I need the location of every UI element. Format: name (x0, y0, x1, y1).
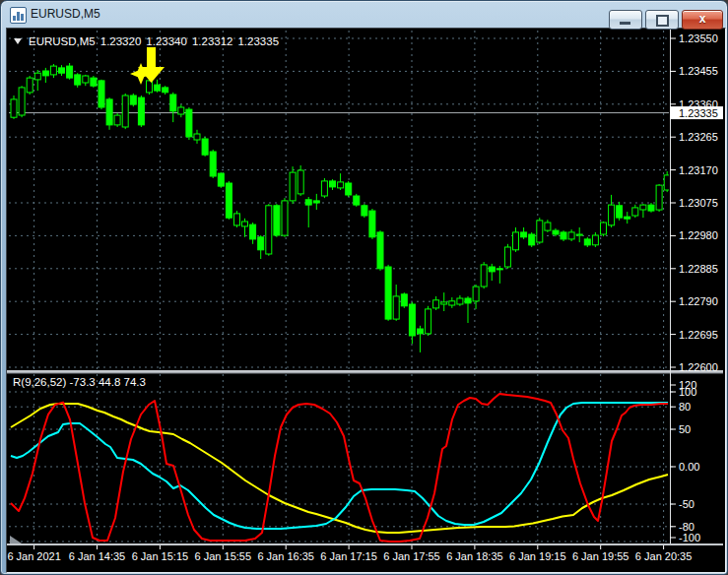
window-controls: x (609, 10, 723, 30)
chart-symbol-label: EURUSD,M5 (29, 35, 96, 47)
candle-bear (401, 294, 407, 306)
price-tick-label: 1.23075 (679, 197, 718, 209)
mt4-chart-window: 1.235501.234551.233601.232651.231701.230… (0, 0, 728, 575)
candle-bull (513, 232, 519, 250)
chart-canvas: 1.235501.234551.233601.232651.231701.230… (1, 1, 728, 575)
close-icon: x (683, 11, 722, 29)
price-tick-label: 1.22885 (679, 263, 718, 275)
price-tick-label: 1.22600 (679, 361, 718, 373)
candle-bull (537, 221, 543, 242)
candle-bear (377, 232, 383, 269)
candle-bear (226, 183, 232, 218)
time-tick-label: 6 Jan 17:15 (320, 550, 377, 562)
indicator-tick-label: 50 (679, 423, 691, 435)
restore-button[interactable] (645, 10, 679, 30)
candle-bull (609, 205, 615, 225)
chevron-down-icon[interactable] (14, 38, 22, 44)
candle-bear (418, 329, 424, 334)
candle-bull (11, 99, 17, 117)
candle-bull (83, 76, 89, 83)
price-tick-label: 1.23455 (679, 65, 718, 77)
candle-bear (170, 95, 176, 111)
candle-bull (27, 78, 33, 93)
time-tick-label: 6 Jan 18:35 (446, 550, 503, 562)
minimize-button[interactable] (609, 10, 642, 30)
time-tick-label: 6 Jan 19:15 (509, 550, 566, 562)
candle-bear (42, 71, 48, 76)
candle-bear (210, 152, 216, 176)
time-tick-label: 6 Jan 15:15 (132, 550, 189, 562)
time-tick-label: 6 Jan 14:35 (69, 550, 126, 562)
price-tick-label: 1.23265 (679, 131, 718, 143)
candle-bull (34, 73, 40, 80)
candle-bear (385, 267, 391, 319)
candle-bull (449, 301, 455, 305)
chart-low-value: 1.23312 (192, 35, 233, 47)
titlebar[interactable]: EURUSD,M5 x (1, 1, 727, 28)
chart-close-value: 1.23335 (237, 35, 279, 47)
screenshot-stage: 1.235501.234551.233601.232651.231701.230… (0, 0, 728, 575)
price-tick-label: 1.23170 (679, 164, 718, 176)
candle-bull (321, 181, 327, 196)
candle-bull (426, 309, 431, 334)
candle-bull (656, 185, 662, 210)
candle-bear (489, 267, 495, 272)
candle-bear (529, 234, 535, 245)
candle-bull (433, 300, 439, 308)
indicator-plot[interactable] (9, 374, 669, 543)
close-button[interactable]: x (682, 10, 723, 30)
time-axis-separator (7, 543, 723, 545)
candle-bear (67, 66, 73, 78)
candle-bull (504, 247, 510, 267)
candle-bear (465, 298, 471, 303)
candle-bear (130, 96, 136, 104)
candle-bull (242, 222, 248, 226)
indicator-tick-label: 100 (679, 386, 696, 398)
candle-bull (194, 134, 200, 140)
window-title: EURUSD,M5 (31, 1, 100, 28)
candle-bear (75, 75, 81, 85)
price-tick-label: 1.22790 (679, 295, 718, 307)
time-tick-label: 6 Jan 16:35 (257, 550, 314, 562)
candle-bear (59, 68, 65, 73)
chart-high-value: 1.23340 (146, 35, 187, 47)
chart-open-value: 1.23320 (100, 35, 142, 47)
candle-bear (369, 211, 375, 237)
candle-bull (178, 107, 184, 114)
time-tick-label: 6 Jan 20:35 (635, 550, 693, 562)
main-chart-plot[interactable] (9, 29, 669, 369)
time-tick-label: 6 Jan 2021 (7, 550, 60, 562)
candle-bull (592, 235, 598, 245)
candle-bear (202, 139, 208, 155)
window-chart-icon (10, 7, 27, 24)
indicator-tick-label: -100 (679, 532, 700, 543)
candle-bear (305, 200, 311, 205)
time-tick-label: 6 Jan 17:55 (383, 550, 440, 562)
candle-bear (218, 173, 224, 186)
candle-bear (617, 206, 623, 218)
candle-bull (393, 296, 399, 319)
candle-bull (568, 232, 574, 239)
candle-bull (441, 302, 447, 304)
candle-bull (266, 206, 272, 254)
indicator-tick-label: -80 (679, 521, 695, 533)
indicator-tick-label: 80 (679, 401, 691, 413)
candle-bear (186, 109, 192, 137)
candle-bear (155, 85, 161, 91)
candle-bear (561, 232, 566, 239)
candle-bear (330, 181, 336, 187)
time-tick-label: 6 Jan 15:55 (195, 550, 252, 562)
candle-bull (19, 88, 25, 115)
sell-arrow-shaft-icon (147, 47, 156, 67)
candle-bull (473, 287, 479, 301)
candle-bear (496, 269, 502, 270)
price-tick-label: 1.22695 (679, 329, 718, 341)
candle-bull (640, 205, 646, 210)
candle-bear (313, 201, 319, 203)
candle-bull (298, 170, 303, 194)
candle-bear (409, 304, 415, 336)
candle-bear (163, 88, 168, 93)
candle-bear (625, 217, 630, 219)
candle-bull (632, 208, 638, 216)
candle-bear (258, 237, 264, 250)
